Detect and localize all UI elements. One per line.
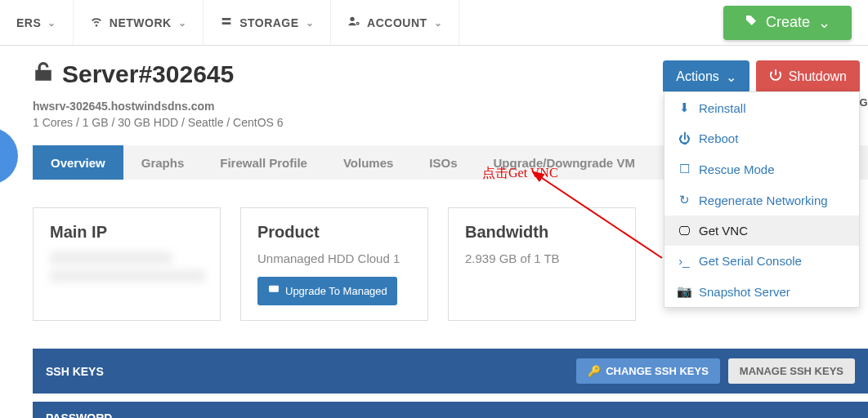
create-label: Create bbox=[766, 14, 810, 31]
menu-label: Reboot bbox=[699, 131, 738, 145]
card-title: Product bbox=[257, 223, 411, 242]
side-bubble bbox=[0, 127, 18, 185]
power-icon: ⏻ bbox=[678, 131, 691, 145]
svg-point-1 bbox=[356, 22, 359, 24]
menu-get-vnc[interactable]: 🖵Get VNC bbox=[664, 216, 859, 246]
create-button[interactable]: Create ⌄ bbox=[723, 6, 852, 40]
nav-storage[interactable]: STORAGE ⌄ bbox=[204, 0, 331, 45]
tab-firewall[interactable]: Firewall Profile bbox=[202, 145, 325, 180]
change-ssh-button[interactable]: 🔑 CHANGE SSH KEYS bbox=[576, 358, 720, 384]
svg-rect-3 bbox=[269, 286, 279, 292]
page-title: Server#302645 bbox=[33, 60, 234, 88]
product-value: Unmanaged HDD Cloud 1 bbox=[257, 251, 411, 265]
password-title: PASSWORD bbox=[46, 411, 112, 418]
menu-reboot[interactable]: ⏻Reboot bbox=[664, 123, 859, 153]
refresh-icon: ↻ bbox=[678, 193, 691, 207]
manage-ssh-button[interactable]: MANAGE SSH KEYS bbox=[728, 358, 855, 384]
upgrade-label: Upgrade To Managed bbox=[285, 285, 387, 297]
menu-label: Snapshot Server bbox=[699, 285, 790, 299]
upgrade-icon bbox=[267, 283, 280, 299]
chevron-down-icon: ⌄ bbox=[47, 17, 56, 29]
nav-servers[interactable]: ERS ⌄ bbox=[0, 0, 74, 45]
tab-graphs[interactable]: Graphs bbox=[123, 145, 203, 180]
redacted-ip bbox=[50, 251, 172, 265]
menu-label: Regenerate Networking bbox=[699, 193, 828, 207]
power-icon bbox=[769, 69, 782, 85]
card-bandwidth: Bandwidth 2.939 GB of 1 TB bbox=[448, 207, 636, 321]
actions-dropdown: ⬇Reinstall ⏻Reboot ☐Rescue Mode ↻Regener… bbox=[664, 91, 860, 308]
card-product: Product Unmanaged HDD Cloud 1 Upgrade To… bbox=[240, 207, 428, 321]
card-title: Main IP bbox=[50, 223, 204, 242]
card-title: Bandwidth bbox=[465, 223, 619, 242]
nav-label: STORAGE bbox=[239, 16, 298, 29]
shutdown-label: Shutdown bbox=[789, 69, 847, 84]
storage-icon bbox=[220, 15, 233, 30]
tag-icon bbox=[745, 14, 758, 31]
chevron-down-icon: ⌄ bbox=[306, 17, 315, 29]
life-ring-icon: ☐ bbox=[678, 162, 691, 176]
menu-reinstall[interactable]: ⬇Reinstall bbox=[664, 92, 859, 123]
key-icon: 🔑 bbox=[588, 365, 601, 377]
menu-label: Get VNC bbox=[699, 224, 748, 238]
menu-serial-console[interactable]: ›_Get Serial Console bbox=[664, 246, 859, 276]
chevron-down-icon: ⌄ bbox=[178, 17, 187, 29]
terminal-icon: ›_ bbox=[678, 254, 691, 268]
nav-account[interactable]: ACCOUNT ⌄ bbox=[331, 0, 459, 45]
chevron-down-icon: ⌄ bbox=[434, 17, 443, 29]
actions-label: Actions bbox=[676, 69, 718, 84]
chevron-down-icon: ⌄ bbox=[726, 69, 736, 85]
tab-overview[interactable]: Overview bbox=[33, 145, 123, 180]
ssh-title: SSH KEYS bbox=[46, 365, 104, 378]
nav-label: ACCOUNT bbox=[367, 16, 427, 29]
actions-button[interactable]: Actions ⌄ bbox=[663, 60, 749, 93]
unlock-icon bbox=[33, 60, 54, 88]
wifi-icon bbox=[90, 15, 103, 30]
shutdown-button[interactable]: Shutdown bbox=[756, 60, 860, 93]
card-main-ip: Main IP bbox=[33, 207, 221, 321]
btn-label: CHANGE SSH KEYS bbox=[606, 365, 709, 377]
user-cog-icon bbox=[347, 15, 360, 30]
top-nav: ERS ⌄ NETWORK ⌄ STORAGE ⌄ ACCOUNT ⌄ Crea… bbox=[0, 0, 868, 46]
ssh-keys-bar: SSH KEYS 🔑 CHANGE SSH KEYS MANAGE SSH KE… bbox=[33, 349, 868, 394]
menu-rescue[interactable]: ☐Rescue Mode bbox=[664, 153, 859, 185]
download-icon: ⬇ bbox=[678, 100, 691, 115]
btn-label: MANAGE SSH KEYS bbox=[740, 365, 843, 377]
menu-regen-network[interactable]: ↻Regenerate Networking bbox=[664, 185, 859, 216]
annotation-text: 点击Get VNC bbox=[482, 165, 558, 182]
svg-point-0 bbox=[350, 17, 354, 21]
tab-volumes[interactable]: Volumes bbox=[325, 145, 411, 180]
tab-isos[interactable]: ISOs bbox=[411, 145, 475, 180]
password-bar: PASSWORD bbox=[33, 402, 868, 418]
menu-label: Rescue Mode bbox=[699, 162, 775, 176]
redacted-ip2 bbox=[50, 269, 205, 282]
camera-icon: 📷 bbox=[678, 284, 691, 299]
nav-label: NETWORK bbox=[110, 16, 172, 29]
menu-snapshot[interactable]: 📷Snapshot Server bbox=[664, 276, 859, 307]
menu-label: Get Serial Console bbox=[699, 254, 802, 268]
monitor-icon: 🖵 bbox=[678, 224, 691, 238]
chevron-down-icon: ⌄ bbox=[818, 14, 830, 32]
bandwidth-value: 2.939 GB of 1 TB bbox=[465, 251, 619, 265]
nav-label: ERS bbox=[16, 16, 41, 29]
title-text: Server#302645 bbox=[62, 60, 234, 88]
upgrade-managed-button[interactable]: Upgrade To Managed bbox=[257, 277, 397, 305]
nav-network[interactable]: NETWORK ⌄ bbox=[74, 0, 204, 45]
menu-label: Reinstall bbox=[699, 101, 746, 115]
